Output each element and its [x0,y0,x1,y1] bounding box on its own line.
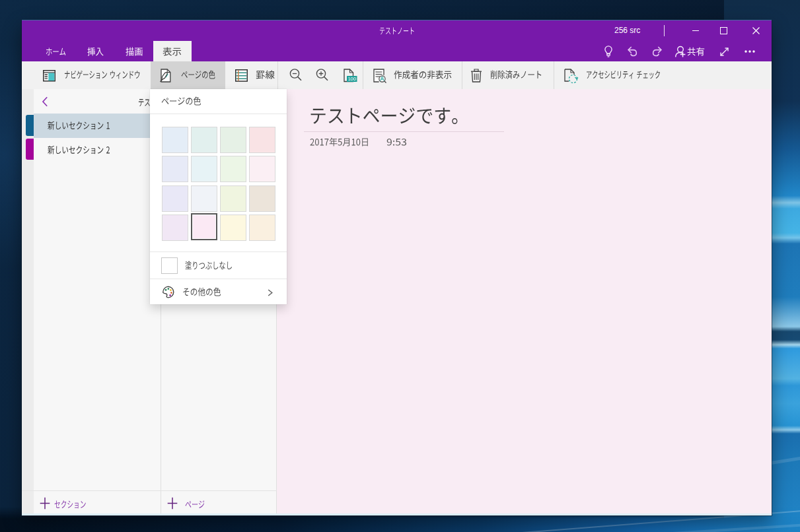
svg-text:100: 100 [347,76,356,82]
